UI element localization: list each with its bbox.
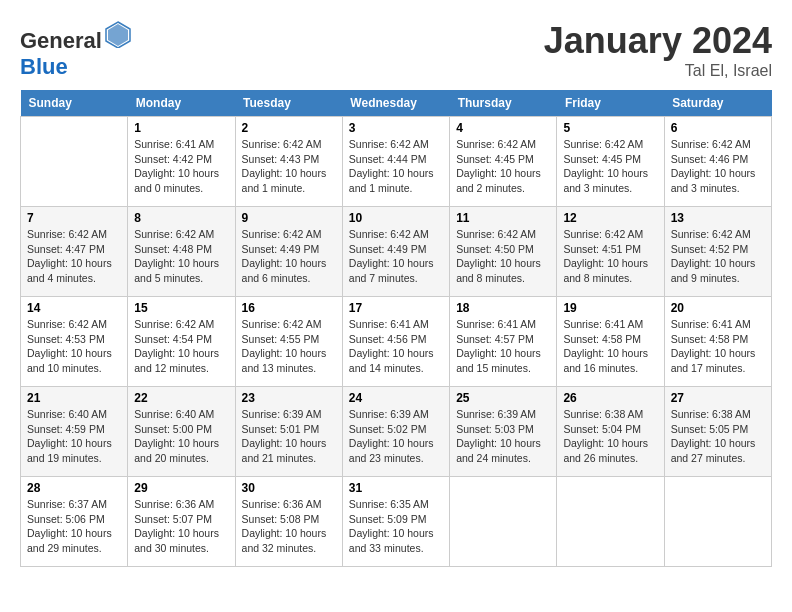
day-number: 25 bbox=[456, 391, 550, 405]
day-number: 8 bbox=[134, 211, 228, 225]
calendar-cell: 2Sunrise: 6:42 AMSunset: 4:43 PMDaylight… bbox=[235, 117, 342, 207]
day-info: Sunrise: 6:42 AMSunset: 4:54 PMDaylight:… bbox=[134, 317, 228, 376]
day-info: Sunrise: 6:41 AMSunset: 4:58 PMDaylight:… bbox=[671, 317, 765, 376]
page-header: General Blue January 2024 Tal El, Israel bbox=[20, 20, 772, 80]
day-number: 7 bbox=[27, 211, 121, 225]
calendar-cell: 4Sunrise: 6:42 AMSunset: 4:45 PMDaylight… bbox=[450, 117, 557, 207]
day-info: Sunrise: 6:42 AMSunset: 4:44 PMDaylight:… bbox=[349, 137, 443, 196]
calendar-cell: 9Sunrise: 6:42 AMSunset: 4:49 PMDaylight… bbox=[235, 207, 342, 297]
calendar-cell: 24Sunrise: 6:39 AMSunset: 5:02 PMDayligh… bbox=[342, 387, 449, 477]
week-row-3: 21Sunrise: 6:40 AMSunset: 4:59 PMDayligh… bbox=[21, 387, 772, 477]
day-number: 3 bbox=[349, 121, 443, 135]
day-info: Sunrise: 6:36 AMSunset: 5:07 PMDaylight:… bbox=[134, 497, 228, 556]
day-info: Sunrise: 6:42 AMSunset: 4:49 PMDaylight:… bbox=[349, 227, 443, 286]
day-number: 28 bbox=[27, 481, 121, 495]
week-row-4: 28Sunrise: 6:37 AMSunset: 5:06 PMDayligh… bbox=[21, 477, 772, 567]
calendar-cell: 10Sunrise: 6:42 AMSunset: 4:49 PMDayligh… bbox=[342, 207, 449, 297]
day-number: 29 bbox=[134, 481, 228, 495]
weekday-header-friday: Friday bbox=[557, 90, 664, 117]
day-info: Sunrise: 6:42 AMSunset: 4:46 PMDaylight:… bbox=[671, 137, 765, 196]
calendar-cell: 14Sunrise: 6:42 AMSunset: 4:53 PMDayligh… bbox=[21, 297, 128, 387]
day-number: 19 bbox=[563, 301, 657, 315]
weekday-header-row: SundayMondayTuesdayWednesdayThursdayFrid… bbox=[21, 90, 772, 117]
day-number: 12 bbox=[563, 211, 657, 225]
day-number: 15 bbox=[134, 301, 228, 315]
day-number: 18 bbox=[456, 301, 550, 315]
day-info: Sunrise: 6:41 AMSunset: 4:57 PMDaylight:… bbox=[456, 317, 550, 376]
day-info: Sunrise: 6:41 AMSunset: 4:42 PMDaylight:… bbox=[134, 137, 228, 196]
day-info: Sunrise: 6:41 AMSunset: 4:56 PMDaylight:… bbox=[349, 317, 443, 376]
day-number: 2 bbox=[242, 121, 336, 135]
calendar-cell: 1Sunrise: 6:41 AMSunset: 4:42 PMDaylight… bbox=[128, 117, 235, 207]
day-info: Sunrise: 6:42 AMSunset: 4:48 PMDaylight:… bbox=[134, 227, 228, 286]
calendar-cell: 3Sunrise: 6:42 AMSunset: 4:44 PMDaylight… bbox=[342, 117, 449, 207]
calendar-cell: 30Sunrise: 6:36 AMSunset: 5:08 PMDayligh… bbox=[235, 477, 342, 567]
calendar-cell: 21Sunrise: 6:40 AMSunset: 4:59 PMDayligh… bbox=[21, 387, 128, 477]
day-number: 4 bbox=[456, 121, 550, 135]
weekday-header-saturday: Saturday bbox=[664, 90, 771, 117]
day-info: Sunrise: 6:35 AMSunset: 5:09 PMDaylight:… bbox=[349, 497, 443, 556]
day-number: 1 bbox=[134, 121, 228, 135]
day-number: 30 bbox=[242, 481, 336, 495]
weekday-header-wednesday: Wednesday bbox=[342, 90, 449, 117]
week-row-1: 7Sunrise: 6:42 AMSunset: 4:47 PMDaylight… bbox=[21, 207, 772, 297]
day-info: Sunrise: 6:42 AMSunset: 4:50 PMDaylight:… bbox=[456, 227, 550, 286]
day-number: 5 bbox=[563, 121, 657, 135]
day-info: Sunrise: 6:39 AMSunset: 5:03 PMDaylight:… bbox=[456, 407, 550, 466]
day-info: Sunrise: 6:42 AMSunset: 4:43 PMDaylight:… bbox=[242, 137, 336, 196]
logo-blue: Blue bbox=[20, 54, 68, 79]
title-block: January 2024 Tal El, Israel bbox=[544, 20, 772, 80]
calendar-cell: 26Sunrise: 6:38 AMSunset: 5:04 PMDayligh… bbox=[557, 387, 664, 477]
calendar-cell: 8Sunrise: 6:42 AMSunset: 4:48 PMDaylight… bbox=[128, 207, 235, 297]
day-number: 17 bbox=[349, 301, 443, 315]
calendar-cell: 20Sunrise: 6:41 AMSunset: 4:58 PMDayligh… bbox=[664, 297, 771, 387]
calendar-cell: 25Sunrise: 6:39 AMSunset: 5:03 PMDayligh… bbox=[450, 387, 557, 477]
calendar-cell: 5Sunrise: 6:42 AMSunset: 4:45 PMDaylight… bbox=[557, 117, 664, 207]
day-number: 20 bbox=[671, 301, 765, 315]
day-info: Sunrise: 6:42 AMSunset: 4:49 PMDaylight:… bbox=[242, 227, 336, 286]
day-info: Sunrise: 6:42 AMSunset: 4:45 PMDaylight:… bbox=[456, 137, 550, 196]
calendar-cell: 19Sunrise: 6:41 AMSunset: 4:58 PMDayligh… bbox=[557, 297, 664, 387]
day-number: 10 bbox=[349, 211, 443, 225]
day-number: 21 bbox=[27, 391, 121, 405]
calendar-cell: 12Sunrise: 6:42 AMSunset: 4:51 PMDayligh… bbox=[557, 207, 664, 297]
day-info: Sunrise: 6:42 AMSunset: 4:53 PMDaylight:… bbox=[27, 317, 121, 376]
calendar-cell: 17Sunrise: 6:41 AMSunset: 4:56 PMDayligh… bbox=[342, 297, 449, 387]
day-info: Sunrise: 6:42 AMSunset: 4:45 PMDaylight:… bbox=[563, 137, 657, 196]
logo-general: General bbox=[20, 28, 102, 53]
day-info: Sunrise: 6:38 AMSunset: 5:05 PMDaylight:… bbox=[671, 407, 765, 466]
calendar-cell bbox=[664, 477, 771, 567]
calendar-cell: 13Sunrise: 6:42 AMSunset: 4:52 PMDayligh… bbox=[664, 207, 771, 297]
calendar-cell bbox=[21, 117, 128, 207]
day-info: Sunrise: 6:37 AMSunset: 5:06 PMDaylight:… bbox=[27, 497, 121, 556]
calendar-cell bbox=[557, 477, 664, 567]
day-info: Sunrise: 6:40 AMSunset: 5:00 PMDaylight:… bbox=[134, 407, 228, 466]
day-number: 14 bbox=[27, 301, 121, 315]
day-info: Sunrise: 6:39 AMSunset: 5:01 PMDaylight:… bbox=[242, 407, 336, 466]
calendar-cell: 28Sunrise: 6:37 AMSunset: 5:06 PMDayligh… bbox=[21, 477, 128, 567]
calendar-cell: 6Sunrise: 6:42 AMSunset: 4:46 PMDaylight… bbox=[664, 117, 771, 207]
calendar-cell: 31Sunrise: 6:35 AMSunset: 5:09 PMDayligh… bbox=[342, 477, 449, 567]
day-info: Sunrise: 6:36 AMSunset: 5:08 PMDaylight:… bbox=[242, 497, 336, 556]
day-number: 22 bbox=[134, 391, 228, 405]
calendar-cell: 11Sunrise: 6:42 AMSunset: 4:50 PMDayligh… bbox=[450, 207, 557, 297]
calendar-cell: 23Sunrise: 6:39 AMSunset: 5:01 PMDayligh… bbox=[235, 387, 342, 477]
day-number: 24 bbox=[349, 391, 443, 405]
calendar-cell: 27Sunrise: 6:38 AMSunset: 5:05 PMDayligh… bbox=[664, 387, 771, 477]
day-info: Sunrise: 6:42 AMSunset: 4:55 PMDaylight:… bbox=[242, 317, 336, 376]
calendar-cell: 16Sunrise: 6:42 AMSunset: 4:55 PMDayligh… bbox=[235, 297, 342, 387]
calendar-cell: 7Sunrise: 6:42 AMSunset: 4:47 PMDaylight… bbox=[21, 207, 128, 297]
day-number: 13 bbox=[671, 211, 765, 225]
day-info: Sunrise: 6:41 AMSunset: 4:58 PMDaylight:… bbox=[563, 317, 657, 376]
day-number: 23 bbox=[242, 391, 336, 405]
calendar-cell: 29Sunrise: 6:36 AMSunset: 5:07 PMDayligh… bbox=[128, 477, 235, 567]
day-number: 16 bbox=[242, 301, 336, 315]
day-number: 31 bbox=[349, 481, 443, 495]
day-info: Sunrise: 6:42 AMSunset: 4:51 PMDaylight:… bbox=[563, 227, 657, 286]
day-info: Sunrise: 6:40 AMSunset: 4:59 PMDaylight:… bbox=[27, 407, 121, 466]
logo: General Blue bbox=[20, 20, 132, 80]
weekday-header-thursday: Thursday bbox=[450, 90, 557, 117]
week-row-2: 14Sunrise: 6:42 AMSunset: 4:53 PMDayligh… bbox=[21, 297, 772, 387]
day-number: 11 bbox=[456, 211, 550, 225]
calendar-cell bbox=[450, 477, 557, 567]
